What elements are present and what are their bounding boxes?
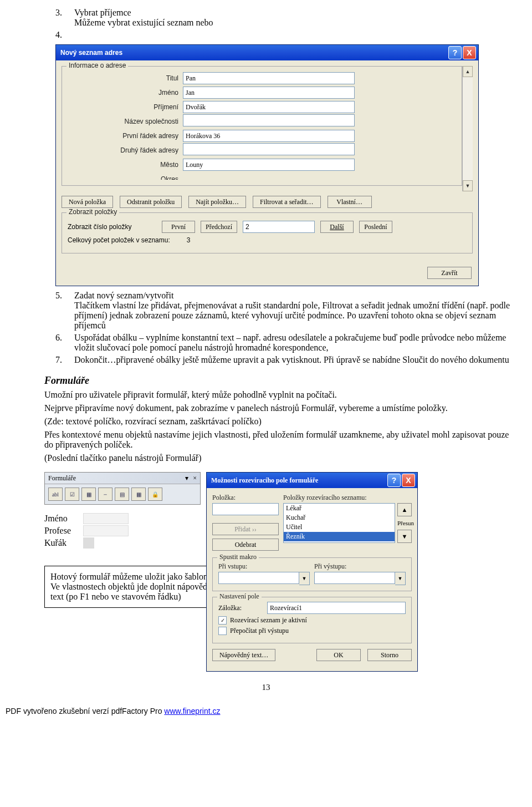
pridat-button[interactable]: Přidat ››: [212, 523, 279, 535]
chevron-down-icon: ▼: [299, 572, 310, 585]
chevron-down-icon: ▼: [395, 572, 406, 585]
label-okres: Okres: [68, 172, 178, 180]
input-titul[interactable]: Pan: [183, 72, 355, 84]
label-zalozka: Záložka:: [218, 604, 263, 612]
label-chk-aktivni: Rozevírací seznam je aktivní: [230, 616, 307, 625]
zavrit-button[interactable]: Zavřít: [427, 267, 472, 279]
ok-button[interactable]: OK: [316, 649, 361, 661]
cislo-polozky-input[interactable]: 2: [243, 221, 315, 233]
shading-icon[interactable]: ▦: [131, 488, 146, 501]
input-jmeno[interactable]: Jan: [183, 87, 355, 99]
toolbar-close-icon[interactable]: ×: [193, 474, 197, 483]
formulare-p1: Umožní pro uživatele připravit formulář,…: [44, 390, 510, 400]
fieldset-makro: Spustit makro: [217, 553, 259, 561]
dialog-moznosti-pole: Možnosti rozevíracího pole formuláře ? X…: [206, 472, 418, 672]
dlg2-titlebar: Možnosti rozevíracího pole formuláře ? X: [207, 473, 417, 488]
dialog-novy-seznam: Nový seznam adres ? X Informace o adrese…: [55, 44, 479, 286]
footer-link[interactable]: www.fineprint.cz: [164, 707, 220, 715]
list-item[interactable]: Učitel: [284, 522, 395, 532]
listbox-seznam[interactable]: Lékař Kuchař Učitel Řezník: [283, 503, 395, 543]
label-pri-vystupu: Při výstupu:: [314, 562, 406, 571]
checkbox-aktivni[interactable]: ✓: [218, 616, 227, 625]
toolbar-title: Formuláře: [48, 474, 185, 483]
lock-icon[interactable]: 🔒: [148, 488, 162, 501]
label-spolecnost: Název společnosti: [68, 114, 178, 129]
item3-sub: Můžeme vybrat existující seznam nebo: [74, 18, 213, 27]
formulare-p4: Přes kontextové menu objektů nastavíme j…: [44, 430, 510, 450]
fieldset-zobrazit: Zobrazit položky: [66, 208, 119, 216]
scrollbar[interactable]: ▲ ▼: [462, 66, 473, 191]
formulare-p2: Nejprve připravíme nový dokument, pak zo…: [44, 403, 510, 413]
list-num-3: 3.: [55, 8, 74, 28]
odstranit-polozku-button[interactable]: Odstranit položku: [120, 196, 182, 208]
posledni-button[interactable]: Poslední: [359, 221, 392, 233]
odebrat-button[interactable]: Odebrat: [212, 539, 279, 551]
label-adresa2: Druhý řádek adresy: [68, 143, 178, 158]
vlastni-button[interactable]: Vlastní…: [328, 196, 372, 208]
move-up-icon[interactable]: ▲: [397, 503, 412, 516]
label-zobrazit-cislo: Zobrazit číslo položky: [68, 223, 156, 231]
input-polozka[interactable]: [212, 503, 279, 515]
formulare-p3: (Zde: textové políčko, rozvírací seznam,…: [44, 417, 510, 427]
dlg2-title: Možnosti rozevíracího pole formuláře: [209, 476, 386, 485]
checkbox-prepocitat[interactable]: [218, 627, 227, 635]
select-pri-vstupu[interactable]: ▼: [218, 572, 310, 585]
list-num-7: 7.: [55, 355, 74, 365]
dropdown-icon[interactable]: ▦: [81, 488, 96, 501]
input-spolecnost[interactable]: [183, 114, 355, 126]
item7-text: Dokončit…připravené obálky ještě můžeme …: [74, 355, 510, 365]
properties-icon[interactable]: ⎓: [98, 488, 112, 501]
dalsi-button[interactable]: Další: [320, 221, 354, 233]
input-zalozka[interactable]: Rozevírací1: [267, 602, 406, 614]
label-adresa1: První řádek adresy: [68, 129, 178, 143]
scroll-up-icon[interactable]: ▲: [463, 66, 473, 77]
input-mesto[interactable]: Louny: [183, 159, 355, 171]
nova-polozka-button[interactable]: Nová položka: [62, 196, 113, 208]
titlebar: Nový seznam adres ? X: [56, 45, 478, 60]
predchozi-button[interactable]: Předchozí: [201, 221, 237, 233]
fieldset-info: Informace o adrese: [66, 62, 128, 69]
move-down-icon[interactable]: ▼: [397, 530, 412, 543]
select-pri-vystupu[interactable]: ▼: [314, 572, 406, 585]
form-field-profese[interactable]: [83, 525, 129, 536]
form-label-profese: Profese: [44, 526, 83, 536]
list-item-selected[interactable]: Řezník: [284, 532, 395, 541]
list-num-6: 6.: [55, 333, 74, 353]
form-field-jmeno[interactable]: [83, 513, 129, 524]
label-polozka: Položka:: [212, 494, 279, 502]
toolbar-dropdown-icon[interactable]: ▾: [185, 474, 188, 483]
footer-text: PDF vytvořeno zkušební verzí pdfFactory …: [6, 707, 164, 715]
form-field-kurak[interactable]: [83, 537, 94, 549]
heading-formulare: Formuláře: [44, 375, 510, 387]
label-chk-prepocitat: Přepočítat při výstupu: [230, 627, 289, 635]
value-celkem: 3: [187, 236, 191, 244]
label-jmeno: Jméno: [68, 85, 178, 100]
table-icon[interactable]: ▤: [115, 488, 129, 501]
dialog-title: Nový seznam adres: [58, 49, 447, 57]
napovedny-text-button[interactable]: Nápovědný text…: [212, 649, 275, 661]
label-mesto: Město: [68, 158, 178, 172]
list-item[interactable]: Lékař: [284, 504, 395, 513]
help-button[interactable]: ?: [448, 46, 462, 59]
form-label-kurak: Kuřák: [44, 538, 83, 548]
filtrovat-seradit-button[interactable]: Filtrovat a seřadit…: [253, 196, 321, 208]
label-titul: Titul: [68, 71, 178, 85]
page-number: 13: [22, 683, 510, 692]
close-button[interactable]: X: [463, 46, 476, 59]
input-adresa1[interactable]: Horákova 36: [183, 130, 355, 142]
dlg2-help-button[interactable]: ?: [387, 474, 401, 487]
checkbox-icon[interactable]: ☑: [65, 488, 79, 501]
formulare-p5: (Poslední tlačítko panelu nástrojů Formu…: [44, 453, 510, 463]
najit-polozku-button[interactable]: Najít položku…: [188, 196, 246, 208]
input-adresa2[interactable]: [183, 143, 355, 155]
label-pri-vstupu: Při vstupu:: [218, 562, 310, 571]
list-item[interactable]: Kuchař: [284, 513, 395, 522]
prvni-button[interactable]: První: [162, 221, 195, 233]
scroll-down-icon[interactable]: ▼: [463, 180, 473, 191]
dlg2-close-button[interactable]: X: [402, 474, 415, 487]
input-prijmeni[interactable]: Dvořák: [183, 101, 355, 113]
form-label-jmeno: Jméno: [44, 514, 83, 524]
text-field-icon[interactable]: abl: [48, 488, 63, 501]
fieldset-nastaveni: Nastavení pole: [217, 592, 262, 601]
storno-button[interactable]: Storno: [367, 649, 412, 661]
